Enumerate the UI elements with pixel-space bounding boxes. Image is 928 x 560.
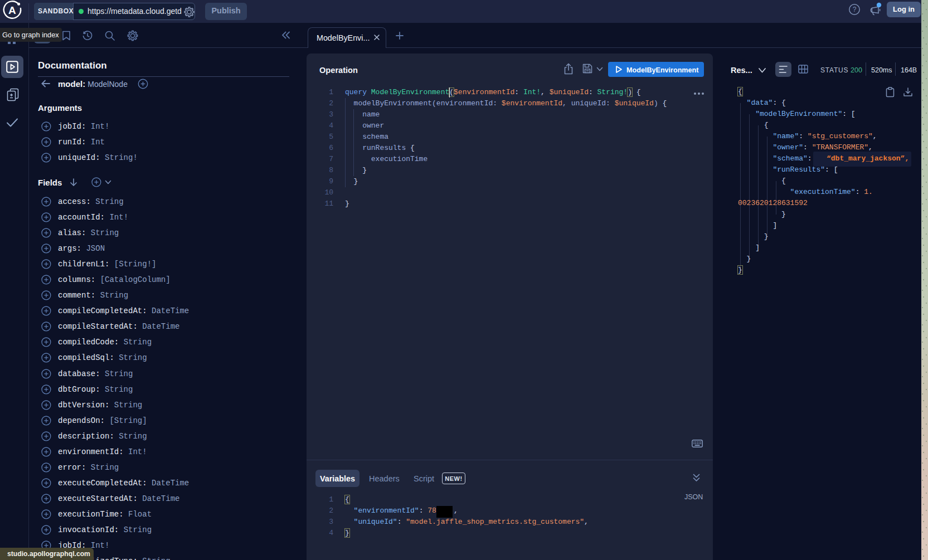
svg-text:?: ? bbox=[853, 6, 857, 13]
svg-text:A: A bbox=[8, 4, 16, 16]
